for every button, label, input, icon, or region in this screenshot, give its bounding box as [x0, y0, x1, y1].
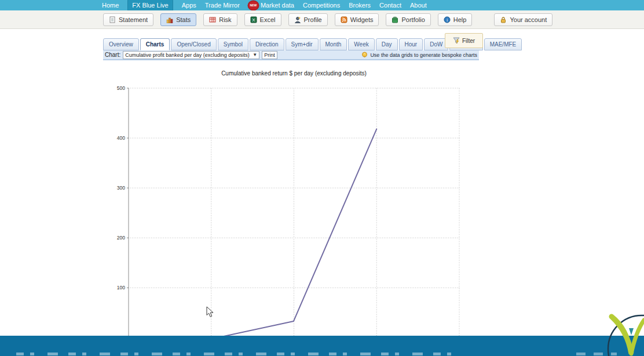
portfolio-label: Portfolio: [401, 16, 425, 23]
svg-text:300: 300: [117, 185, 125, 191]
chart-title: Cumulative banked return $ per day (excl…: [129, 70, 459, 77]
your-account-button[interactable]: Your account: [494, 13, 552, 26]
widgets-label: Widgets: [350, 16, 374, 23]
nav-apps[interactable]: Apps: [182, 0, 196, 10]
tab-hour[interactable]: Hour: [399, 38, 423, 50]
stats-label: Stats: [176, 16, 191, 23]
nav-trade-mirror[interactable]: Trade Mirror: [205, 0, 240, 10]
new-badge-icon: NEW: [248, 1, 258, 10]
svg-text:500: 500: [117, 85, 125, 91]
bespoke-charts-hint: Use the data grids to generate bespoke c…: [361, 52, 477, 58]
nav-home[interactable]: Home: [102, 0, 119, 10]
lock-icon: [500, 16, 507, 23]
tab-direction[interactable]: Direction: [250, 38, 284, 50]
nav-fx-blue-live[interactable]: FX Blue Live: [127, 0, 173, 12]
statement-button[interactable]: Statement: [103, 13, 153, 26]
page: Home FX Blue Live Apps Trade Mirror NEW …: [0, 0, 644, 356]
svg-text:X: X: [252, 17, 255, 23]
tab-day[interactable]: Day: [376, 38, 398, 50]
chevron-down-icon: ▼: [253, 52, 257, 57]
tab-mae-mfe[interactable]: MAE/MFE: [484, 38, 522, 50]
excel-button[interactable]: X Excel: [244, 13, 281, 26]
nav-market-data[interactable]: Market data: [261, 0, 294, 10]
lightbulb-icon: [361, 52, 368, 58]
profile-button[interactable]: Profile: [288, 13, 328, 26]
print-button[interactable]: Print: [262, 51, 277, 59]
portfolio-icon: [391, 16, 398, 23]
tab-symbol[interactable]: Symbol: [218, 38, 248, 50]
chart-type-select[interactable]: Cumulative profit banked per day (exclud…: [123, 51, 259, 59]
nav-brokers[interactable]: Brokers: [349, 0, 371, 10]
brand-logo: [597, 313, 644, 356]
stats-button[interactable]: Stats: [160, 13, 196, 26]
tab-open-closed[interactable]: Open/Closed: [171, 38, 216, 50]
chart-selection-bar: Chart: Cumulative profit banked per day …: [103, 50, 479, 60]
tab-week[interactable]: Week: [348, 38, 374, 50]
help-icon: i: [444, 16, 451, 23]
filter-button[interactable]: Filter: [445, 33, 483, 48]
tab-overview[interactable]: Overview: [103, 38, 139, 50]
risk-label: Risk: [219, 16, 231, 23]
nav-contact[interactable]: Contact: [379, 0, 401, 10]
help-label: Help: [453, 16, 467, 23]
toolbar: Statement Stats Risk X Excel Profile Wid…: [0, 10, 644, 29]
risk-button[interactable]: Risk: [203, 13, 237, 26]
help-button[interactable]: i Help: [438, 13, 473, 26]
excel-label: Excel: [260, 16, 276, 23]
tab-charts[interactable]: Charts: [140, 38, 170, 50]
bar-chart-icon: [166, 16, 173, 23]
risk-table-icon: [209, 16, 216, 23]
your-account-label: Your account: [510, 16, 547, 23]
svg-text:400: 400: [117, 135, 125, 141]
svg-text:100: 100: [117, 285, 125, 290]
tab-sym-dir[interactable]: Sym+dir: [286, 38, 319, 50]
portfolio-button[interactable]: Portfolio: [386, 13, 430, 26]
statement-label: Statement: [119, 16, 148, 23]
tab-month[interactable]: Month: [320, 38, 347, 50]
profile-label: Profile: [304, 16, 322, 23]
person-icon: [294, 16, 301, 23]
svg-text:200: 200: [117, 235, 125, 241]
footer-partial-text: [16, 353, 456, 355]
nav-about[interactable]: About: [410, 0, 427, 10]
mouse-cursor-icon: [206, 306, 214, 318]
excel-icon: X: [250, 16, 257, 23]
chart-select-label: Chart:: [105, 52, 120, 58]
footer-bar: [0, 336, 644, 356]
chart-type-selected-option: Cumulative profit banked per day (exclud…: [125, 52, 250, 58]
nav-competitions[interactable]: Competitions: [303, 0, 340, 10]
bespoke-charts-hint-text: Use the data grids to generate bespoke c…: [370, 52, 477, 58]
top-nav: Home FX Blue Live Apps Trade Mirror NEW …: [0, 0, 644, 10]
widgets-button[interactable]: Widgets: [335, 13, 379, 26]
document-icon: [109, 16, 116, 23]
filter-lightning-icon: [453, 37, 460, 44]
rss-icon: [341, 16, 347, 23]
filter-label: Filter: [462, 38, 475, 44]
